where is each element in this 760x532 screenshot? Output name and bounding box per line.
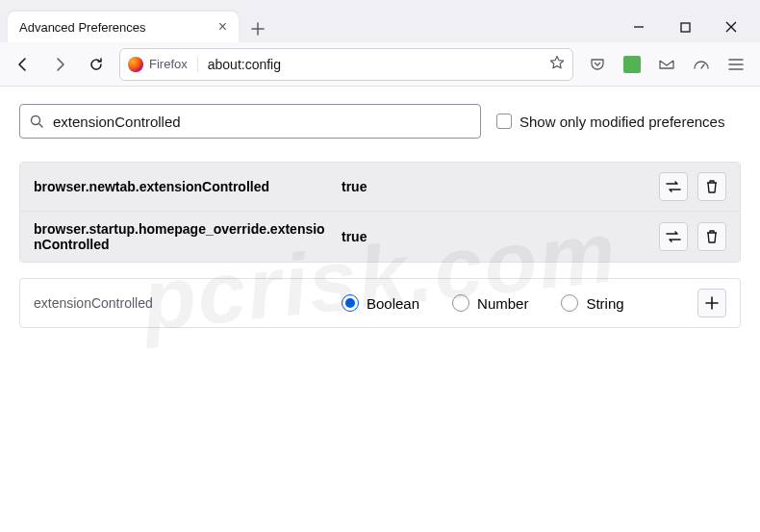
search-input[interactable] (53, 114, 470, 130)
new-pref-name: extensionControlled (34, 295, 332, 311)
content-area: Show only modified preferences browser.n… (0, 87, 760, 532)
search-box[interactable] (19, 104, 481, 139)
show-modified-label: Show only modified preferences (519, 114, 724, 130)
search-icon (30, 114, 43, 128)
pref-name: browser.newtab.extensionControlled (34, 179, 332, 194)
close-tab-icon[interactable]: × (218, 19, 227, 35)
navbar: Firefox about:config (0, 42, 760, 87)
delete-button[interactable] (697, 222, 726, 251)
dashboard-icon[interactable] (693, 56, 710, 73)
pref-row[interactable]: browser.startup.homepage_override.extens… (20, 211, 740, 262)
delete-button[interactable] (697, 172, 726, 201)
radio-string[interactable]: String (561, 294, 623, 312)
identity-label: Firefox (149, 57, 188, 71)
browser-tab[interactable]: Advanced Preferences × (8, 12, 239, 42)
tab-title: Advanced Preferences (19, 20, 146, 35)
svg-rect-0 (681, 23, 690, 32)
toggle-button[interactable] (659, 222, 688, 251)
pref-value: true (342, 179, 649, 194)
svg-point-1 (32, 116, 40, 125)
pref-name: browser.startup.homepage_override.extens… (34, 221, 332, 252)
toggle-button[interactable] (659, 172, 688, 201)
pocket-icon[interactable] (589, 56, 606, 73)
bookmark-star-icon[interactable] (549, 55, 565, 74)
show-modified-checkbox[interactable] (496, 114, 512, 129)
radio-number[interactable]: Number (452, 294, 528, 312)
extension-icon[interactable] (623, 56, 641, 73)
pref-value: true (342, 229, 649, 244)
pref-row[interactable]: browser.newtab.extensionControlled true (20, 163, 740, 211)
url-text[interactable]: about:config (208, 57, 540, 72)
minimize-button[interactable] (629, 17, 648, 37)
radio-icon[interactable] (342, 294, 359, 312)
radio-icon[interactable] (452, 294, 469, 312)
reload-button[interactable] (83, 51, 110, 78)
menu-icon[interactable] (727, 56, 745, 73)
new-tab-button[interactable] (244, 15, 271, 42)
firefox-icon (128, 57, 143, 72)
inbox-icon[interactable] (658, 56, 675, 73)
identity-box[interactable]: Firefox (128, 57, 198, 72)
back-button[interactable] (10, 51, 37, 78)
maximize-button[interactable] (675, 17, 695, 37)
close-window-button[interactable] (722, 17, 741, 37)
window-controls (629, 17, 752, 42)
add-pref-button[interactable] (697, 289, 726, 317)
radio-boolean[interactable]: Boolean (342, 294, 419, 312)
url-bar[interactable]: Firefox about:config (119, 48, 573, 81)
titlebar: Advanced Preferences × (0, 0, 760, 42)
new-pref-row: extensionControlled Boolean Number Strin… (19, 278, 741, 328)
radio-icon[interactable] (561, 294, 578, 312)
pref-list: browser.newtab.extensionControlled true … (19, 162, 741, 263)
forward-button[interactable] (46, 51, 73, 78)
